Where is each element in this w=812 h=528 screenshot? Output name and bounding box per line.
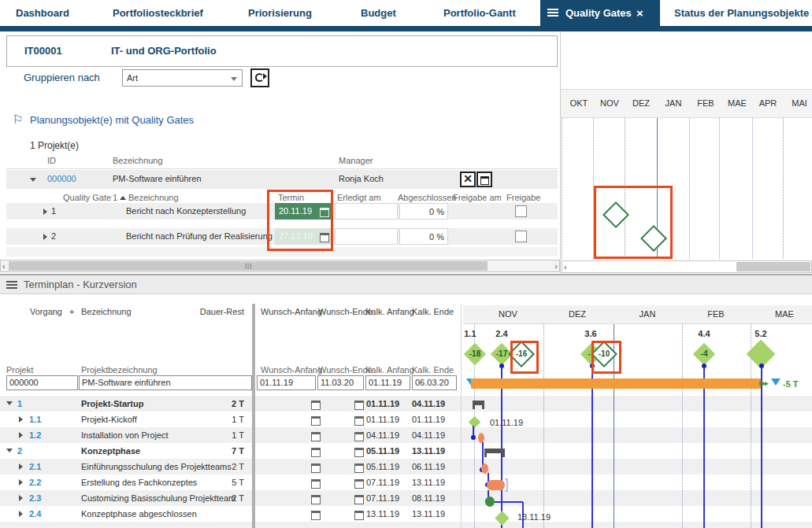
mini-gantt-h-scrollbar[interactable]: ‹: [562, 260, 812, 273]
wunsch-ende-field[interactable]: 11.03.20: [317, 375, 364, 390]
task-row[interactable]: 2 Konzeptphase 7 T 05.11.19 13.11.19: [0, 443, 461, 459]
col-vorgang[interactable]: Vorgang: [30, 307, 62, 316]
wunsch-anfang-field[interactable]: 01.11.19: [257, 375, 316, 390]
task-row[interactable]: 2.1 Einführungsschulung des Projektteams…: [0, 459, 461, 474]
col-wunsch-ende[interactable]: Wunsch-Ende: [318, 307, 373, 316]
expand-icon[interactable]: [43, 234, 47, 240]
task-nr[interactable]: 2.1: [29, 459, 41, 474]
col-erledigt-am[interactable]: Erledigt am: [337, 193, 381, 202]
col-dauer-rest[interactable]: Dauer-Rest: [189, 307, 244, 316]
project-bar[interactable]: [471, 378, 761, 389]
calendar-icon[interactable]: [311, 511, 321, 520]
group-by-select[interactable]: Art: [122, 69, 243, 87]
refresh-button[interactable]: [250, 68, 269, 87]
col-wunsch-anfang[interactable]: Wunsch-Anfang: [261, 307, 322, 316]
column-splitter[interactable]: [252, 304, 255, 528]
col-bezeichnung[interactable]: Bezeichnung: [81, 307, 132, 316]
nav-tab-budget[interactable]: Budget: [361, 0, 396, 26]
buffer-milestone-4-4[interactable]: -4: [693, 343, 715, 365]
task-nr[interactable]: 2.2: [29, 474, 41, 490]
delete-button[interactable]: ✕: [460, 172, 476, 187]
gate-progress-cell[interactable]: 0 %: [399, 228, 448, 245]
project-end-marker[interactable]: [771, 378, 780, 386]
qg-h-scrollbar[interactable]: ‹ ||| ›: [0, 260, 560, 272]
scroll-left-icon[interactable]: ‹: [564, 261, 567, 272]
close-tab-icon[interactable]: ×: [636, 0, 643, 26]
calendar-icon[interactable]: [354, 495, 364, 504]
task-row[interactable]: 1 Projekt-Startup 2 T 01.11.19 04.11.19: [0, 396, 461, 412]
collapse-icon[interactable]: [30, 178, 36, 182]
calendar-icon[interactable]: [354, 479, 364, 489]
col-kalk-anfang[interactable]: Kalk. Anfang: [365, 307, 414, 316]
calendar-icon[interactable]: [354, 463, 364, 473]
project-id-field[interactable]: 000000: [6, 375, 78, 390]
task-row[interactable]: 2.4 Konzeptphase abgeschlossen 13.11.19 …: [0, 506, 461, 522]
expand-icon[interactable]: [19, 511, 23, 517]
menu-icon[interactable]: [547, 9, 558, 17]
sort-asc-icon[interactable]: [120, 196, 126, 200]
scrollbar-thumb[interactable]: [736, 262, 810, 271]
calendar-icon[interactable]: [311, 495, 321, 504]
col-gate-name[interactable]: Bezeichnung: [128, 193, 179, 202]
calendar-button[interactable]: [476, 172, 492, 187]
col-abgeschlossen[interactable]: Abgeschlossen: [398, 193, 457, 202]
expand-icon[interactable]: [43, 209, 47, 215]
gate-erledigt-cell[interactable]: [335, 203, 398, 220]
summary-bar-projekt-startup[interactable]: [473, 401, 484, 405]
task-bar-fachkonzept[interactable]: [487, 480, 505, 490]
calendar-icon[interactable]: [354, 432, 364, 441]
nav-tab-portfolio-gantt[interactable]: Portfolio-Gantt: [443, 0, 516, 26]
task-nr[interactable]: 1.2: [29, 427, 41, 443]
calendar-icon[interactable]: [311, 448, 321, 457]
task-nr[interactable]: 2: [17, 443, 22, 459]
freigabe-checkbox[interactable]: [515, 231, 527, 242]
nav-tab-portfoliosteckbrief[interactable]: Portfoliosteckbrief: [113, 0, 203, 26]
task-nr[interactable]: 1.1: [29, 412, 41, 427]
freigabe-checkbox[interactable]: [515, 205, 527, 217]
expand-icon[interactable]: [19, 479, 23, 486]
buffer-milestone-1-1[interactable]: -18: [464, 343, 486, 365]
task-nr[interactable]: 1: [17, 396, 22, 412]
project-name-field[interactable]: PM-Software einführen: [79, 375, 252, 390]
calendar-icon[interactable]: [311, 416, 321, 426]
nav-tab-quality-gates[interactable]: Quality Gates ×: [540, 0, 660, 26]
calendar-icon[interactable]: [354, 416, 364, 426]
calendar-icon[interactable]: [311, 432, 321, 441]
add-task-button[interactable]: +: [69, 307, 74, 316]
calendar-icon[interactable]: [311, 479, 321, 489]
col-quality-gate[interactable]: Quality Gate: [63, 193, 111, 202]
collapse-icon[interactable]: [6, 401, 13, 405]
expand-icon[interactable]: [19, 432, 23, 438]
collapse-icon[interactable]: [6, 449, 13, 452]
task-nr[interactable]: 2.4: [29, 506, 41, 522]
col-freigabe-am[interactable]: Freigabe am: [453, 193, 502, 202]
expand-icon[interactable]: [19, 463, 23, 470]
col-freigabe[interactable]: Freigabe: [506, 193, 540, 202]
scroll-right-icon[interactable]: ›: [554, 260, 558, 271]
menu-icon[interactable]: [6, 281, 17, 289]
sort-number[interactable]: 1: [113, 193, 117, 202]
scroll-left-icon[interactable]: ‹: [2, 260, 6, 271]
calendar-icon[interactable]: [311, 401, 321, 410]
calendar-icon[interactable]: [354, 448, 364, 457]
task-nr[interactable]: 2.3: [29, 490, 41, 506]
calendar-icon[interactable]: [311, 463, 321, 473]
nav-tab-dashboard[interactable]: Dashboard: [16, 0, 69, 26]
gate-erledigt-cell[interactable]: [335, 228, 398, 245]
col-kalk-ende[interactable]: Kalk. Ende: [412, 307, 454, 316]
calendar-icon[interactable]: [354, 511, 364, 520]
summary-bar-konzeptphase[interactable]: [484, 449, 505, 453]
expand-icon[interactable]: [19, 495, 23, 501]
milestone-projekt-kickoff[interactable]: [469, 416, 481, 429]
project-id-link[interactable]: 000000: [47, 174, 76, 183]
task-row[interactable]: 1.2 Installation von Project 1 T 04.11.1…: [0, 427, 461, 443]
kalk-anfang-field[interactable]: 01.11.19: [365, 375, 410, 390]
task-bar-customizing[interactable]: [485, 497, 495, 507]
nav-tab-priorisierung[interactable]: Priorisierung: [248, 0, 312, 26]
task-row[interactable]: 2.3 Customizing Basisschulung Projekttea…: [0, 490, 461, 506]
task-row[interactable]: 2.2 Erstellung des Fachkonzeptes 5 T 07.…: [0, 474, 461, 490]
task-row[interactable]: 1.1 Projekt-Kickoff 1 T 01.11.19 01.11.1…: [0, 412, 461, 427]
kalk-ende-field[interactable]: 06.03.20: [412, 375, 457, 390]
calendar-icon[interactable]: [354, 401, 364, 410]
nav-tab-status-planungsobjekte[interactable]: Status der Planungsobjekte: [674, 0, 809, 26]
